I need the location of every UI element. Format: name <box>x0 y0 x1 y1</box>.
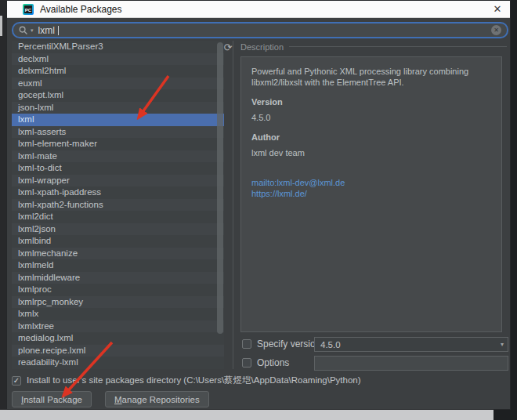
close-icon[interactable]: ✕ <box>488 1 507 17</box>
options-row: Options <box>242 357 289 368</box>
text-cursor <box>58 26 60 35</box>
list-item[interactable]: lxml-xpath-ipaddress <box>12 186 224 199</box>
list-item[interactable]: lxmlrpc_monkey <box>12 296 224 309</box>
author-label: Author <box>251 132 491 143</box>
version-label: Version <box>251 96 491 107</box>
list-item[interactable]: lxmlproc <box>12 284 224 296</box>
list-item[interactable]: lxml-xpath2-functions <box>12 199 224 212</box>
specify-version-checkbox[interactable] <box>242 339 251 349</box>
list-item[interactable]: lxml-mate <box>12 150 224 163</box>
dialog-title: Available Packages <box>40 4 122 15</box>
description-panel: Description Powerful and Pythonic XML pr… <box>236 41 507 369</box>
list-item[interactable]: json-lxml <box>12 102 224 114</box>
list-item[interactable]: PercentilXMLParser3 <box>12 41 224 53</box>
search-value: lxml <box>38 25 55 36</box>
search-input[interactable]: ▾ lxml ✕ <box>12 22 508 38</box>
version-value: 4.5.0 <box>251 112 491 123</box>
options-checkbox[interactable] <box>242 358 251 368</box>
homepage-link[interactable]: https://lxml.de/ <box>251 188 491 199</box>
svg-text:PC: PC <box>25 7 32 12</box>
list-item[interactable]: lxml2dict <box>12 211 224 223</box>
version-dropdown[interactable]: 4.5.0 ▾ <box>314 337 508 352</box>
chevron-down-icon: ▾ <box>501 341 504 348</box>
package-summary: Powerful and Pythonic XML processing lib… <box>251 66 496 88</box>
list-item[interactable]: lxmlmeld <box>12 259 224 272</box>
clear-search-icon[interactable]: ✕ <box>491 25 501 35</box>
list-item[interactable]: lxml-to-dict <box>12 162 224 175</box>
manage-repositories-button[interactable]: Manage Repositories <box>105 391 209 407</box>
pycharm-icon: PC <box>23 4 34 15</box>
dialog-buttons: Install Package Manage Repositories <box>12 391 209 407</box>
specify-version-row: Specify version 4.5.0 ▾ <box>242 339 320 349</box>
list-item[interactable]: delxml2html <box>12 65 224 78</box>
list-item[interactable]: lxmlbind <box>12 235 224 248</box>
panel-divider <box>233 41 233 369</box>
description-header: Description <box>240 42 507 52</box>
list-item[interactable]: lxml-wrapper <box>12 175 224 187</box>
package-links: mailto:lxml-dev@lxml.de https://lxml.de/ <box>251 177 491 199</box>
list-item[interactable]: gocept.lxml <box>12 89 224 102</box>
list-item[interactable]: lxmlmiddleware <box>12 272 224 284</box>
package-list: PercentilXMLParser3declxmldelxml2htmleux… <box>12 41 224 369</box>
list-item[interactable]: lxml <box>12 114 224 126</box>
list-item[interactable]: lxmlmechanize <box>12 248 224 260</box>
available-packages-dialog: PC Available Packages ✕ ▾ lxml ✕ Percent… <box>6 0 511 410</box>
list-item[interactable]: readability-lxml <box>12 357 224 369</box>
description-title: Description <box>240 42 284 52</box>
list-item[interactable]: medialog.lxml <box>12 332 224 345</box>
list-item[interactable]: lxmlxtree <box>12 320 224 333</box>
background-window-strip <box>0 0 6 420</box>
author-value: lxml dev team <box>251 147 491 158</box>
list-scrollbar[interactable] <box>217 42 223 334</box>
version-dropdown-value: 4.5.0 <box>320 340 341 349</box>
package-list-rows: PercentilXMLParser3declxmldelxml2htmleux… <box>12 41 224 369</box>
specify-version-label[interactable]: Specify version <box>257 339 320 349</box>
list-item[interactable]: plone.recipe.lxml <box>12 345 224 357</box>
dialog-titlebar: PC Available Packages ✕ <box>7 1 510 18</box>
search-icon <box>19 26 28 35</box>
list-item[interactable]: lxml2json <box>12 223 224 236</box>
install-to-user-site-checkbox[interactable]: ✓ <box>12 376 21 386</box>
options-input[interactable] <box>314 356 508 371</box>
list-item[interactable]: euxml <box>12 78 224 90</box>
search-history-caret-icon[interactable]: ▾ <box>31 27 34 33</box>
install-package-button[interactable]: Install Package <box>12 391 92 407</box>
description-content: Powerful and Pythonic XML processing lib… <box>240 56 502 332</box>
list-item[interactable]: lxml-element-maker <box>12 138 224 150</box>
mailto-link[interactable]: mailto:lxml-dev@lxml.de <box>251 177 491 188</box>
background-scrollbar-fragment <box>0 16 2 36</box>
list-item[interactable]: lxmlx <box>12 308 224 320</box>
list-item[interactable]: lxml-asserts <box>12 126 224 139</box>
install-to-user-site-row: ✓ Install to user's site packages direct… <box>12 375 361 386</box>
install-to-user-site-label[interactable]: Install to user's site packages director… <box>27 375 361 386</box>
list-item[interactable]: declxml <box>12 53 224 66</box>
options-label[interactable]: Options <box>257 357 289 368</box>
background-window-bottom <box>0 410 494 420</box>
